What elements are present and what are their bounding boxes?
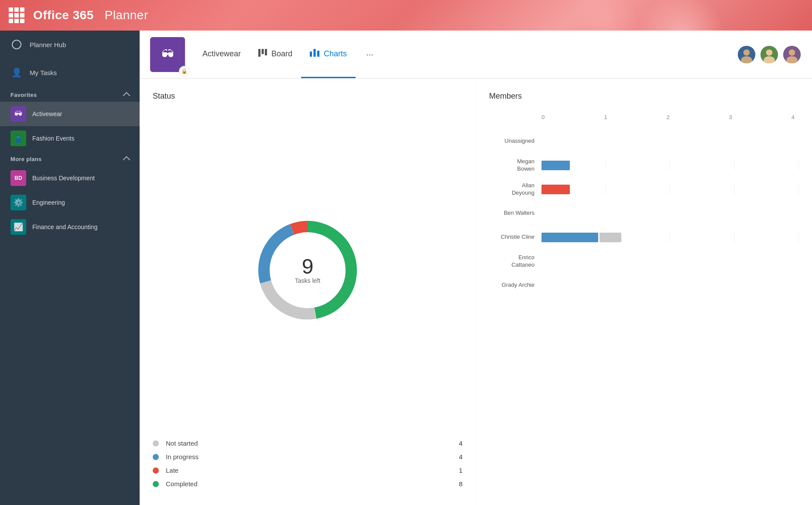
grid-line [670,233,735,242]
sidebar-item-activewear[interactable]: 🕶 Activewear [0,102,140,126]
app-title: Office 365 Planner [33,8,148,22]
members-panel: Members 0 1 2 3 4 [476,79,812,505]
charts-area: Status [140,79,812,505]
sidebar: Planner Hub 👤 My Tasks Favorites 🕶 Activ… [0,31,140,505]
sidebar-item-fashion-events[interactable]: 👗 Fashion Events [0,126,140,151]
legend-item-late: Late 1 [153,467,463,474]
svg-point-13 [789,49,795,56]
legend-item-completed: Completed 8 [153,480,463,488]
lock-badge: 🔒 [179,66,189,76]
fashion-events-icon: 👗 [10,131,26,146]
engineering-label: Engineering [32,199,65,206]
row-name-christie-cline: Christie Cline [489,234,541,241]
more-plans-section-header[interactable]: More plans [0,151,140,166]
bar-row-unassigned: Unassigned [489,129,799,153]
donut-chart: 9 Tasks left [251,213,364,327]
svg-rect-5 [317,51,319,57]
svg-point-11 [764,56,774,64]
bar-row-grady-archie: Grady Archie [489,273,799,297]
donut-container: 9 Tasks left [153,110,463,431]
nav-tabs: Activewear Board [194,31,802,78]
svg-point-10 [766,49,773,56]
charts-icon [310,49,319,59]
row-name-grady-archie: Grady Archie [489,282,541,289]
tab-charts[interactable]: Charts [301,31,356,78]
sidebar-item-engineering[interactable]: ⚙️ Engineering [0,190,140,215]
plan-logo-icon: 🕶 [161,47,174,62]
fashion-events-label: Fashion Events [32,135,75,142]
members-bar-chart: 0 1 2 3 4 Unassigned [489,110,799,496]
status-panel: Status [140,79,476,505]
tab-board-label: Board [271,49,292,58]
bar-track-allan-deyoung [541,185,799,194]
bar-track-megan-bowen [541,161,799,170]
in-progress-dot [153,454,159,460]
completed-dot [153,481,159,487]
content-area: 🕶 🔒 Activewear Board [140,31,812,505]
avatar-3[interactable] [782,45,802,64]
bar-row-enrico-cattaneo: EnricoCattaneo [489,249,799,273]
tab-activewear[interactable]: Activewear [194,31,250,78]
legend-item-in-progress: In progress 4 [153,453,463,460]
grid-line [606,161,671,170]
svg-point-7 [743,49,750,56]
late-count: 1 [454,467,463,474]
activewear-label: Activewear [32,110,62,117]
activewear-icon: 🕶 [10,106,26,122]
more-plans-label: More plans [10,156,42,162]
svg-rect-4 [314,49,316,57]
grid-line [606,185,671,194]
axis-2: 2 [666,114,669,120]
sidebar-item-planner-hub[interactable]: Planner Hub [0,31,140,58]
sidebar-item-my-tasks[interactable]: 👤 My Tasks [0,58,140,86]
late-label: Late [166,467,447,474]
bar-axis: 0 1 2 3 4 [489,114,799,120]
favorites-label: Favorites [10,92,37,98]
app-header: Office 365 Planner [0,0,812,31]
grid-lines [541,185,799,194]
bar-row-megan-bowen: MeganBowen [489,153,799,177]
tab-activewear-label: Activewear [202,49,241,58]
favorites-section-header[interactable]: Favorites [0,86,140,102]
completed-label: Completed [166,480,447,488]
not-started-label: Not started [166,440,447,447]
row-name-enrico-cattaneo: EnricoCattaneo [489,254,541,269]
status-title: Status [153,92,463,101]
axis-4: 4 [791,114,795,120]
more-plans-chevron-icon [123,156,130,164]
legend-item-not-started: Not started 4 [153,440,463,447]
grid-line [670,161,735,170]
waffle-icon[interactable] [9,7,24,23]
in-progress-count: 4 [454,453,463,460]
row-name-allan-deyoung: AllanDeyoung [489,182,541,197]
tasks-left-label: Tasks left [295,277,320,284]
sidebar-item-finance-accounting[interactable]: 📈 Finance and Accounting [0,215,140,239]
toolbar: 🕶 🔒 Activewear Board [140,31,812,79]
not-started-count: 4 [454,440,463,447]
svg-point-14 [786,56,797,64]
in-progress-label: In progress [166,453,447,460]
sidebar-item-business-development[interactable]: BD Business Development [0,166,140,190]
late-dot [153,467,159,474]
grid-line [670,185,735,194]
plan-logo: 🕶 🔒 [150,37,185,72]
row-name-megan-bowen: MeganBowen [489,158,541,173]
grid-line [735,233,799,242]
svg-rect-0 [258,49,260,57]
grid-lines [541,161,799,170]
finance-label: Finance and Accounting [32,223,97,230]
board-icon [258,49,267,59]
avatar-2[interactable] [760,45,779,64]
tab-board[interactable]: Board [250,31,301,78]
avatar-1[interactable] [737,45,756,64]
status-legend: Not started 4 In progress 4 Late 1 [153,431,463,496]
axis-3: 3 [729,114,732,120]
more-options-button[interactable]: ··· [360,46,380,63]
axis-labels: 0 1 2 3 4 [541,114,799,120]
members-title: Members [489,92,799,101]
svg-rect-3 [310,52,312,57]
bar-track-christie-cline [541,233,799,242]
donut-center: 9 Tasks left [295,256,320,284]
svg-rect-2 [265,49,267,55]
tasks-left-number: 9 [295,256,320,277]
